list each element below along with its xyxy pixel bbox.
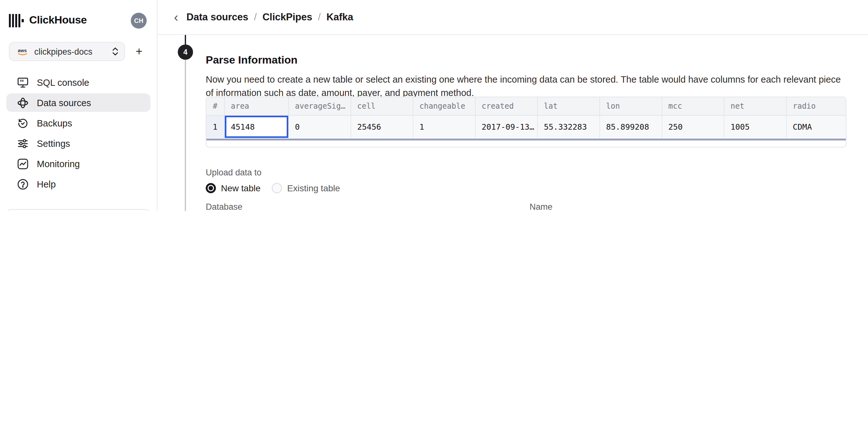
sidebar-item-help[interactable]: Help bbox=[6, 175, 151, 193]
data-sources-icon bbox=[17, 97, 29, 108]
table-cell[interactable]: 0 bbox=[288, 115, 350, 138]
step-number-badge: 4 bbox=[178, 45, 193, 60]
svg-text:aws: aws bbox=[18, 47, 27, 53]
column-header: created bbox=[475, 97, 537, 115]
column-header: averageSig… bbox=[288, 97, 350, 115]
data-preview-table: # area averageSig… cell changeable creat… bbox=[206, 96, 846, 147]
column-header: lat bbox=[537, 97, 599, 115]
backups-history-icon bbox=[17, 117, 29, 129]
sidebar-item-label: Help bbox=[37, 179, 56, 189]
column-header: radio bbox=[786, 97, 846, 115]
table-cell-selected[interactable]: 45148 bbox=[224, 115, 288, 138]
radio-new-table[interactable]: New table bbox=[206, 183, 261, 193]
main-panel: Data sources / ClickPipes / Kafka 4 Pars… bbox=[157, 0, 868, 211]
column-header: cell bbox=[350, 97, 413, 115]
column-header: mcc bbox=[662, 97, 724, 115]
table-cell[interactable]: 250 bbox=[662, 115, 724, 138]
table-cell[interactable]: 55.332283 bbox=[537, 115, 599, 138]
sidebar-item-sql-console[interactable]: SQL console bbox=[6, 73, 151, 91]
table-cell[interactable]: 1005 bbox=[724, 115, 786, 138]
upload-data-to-label: Upload data to bbox=[206, 168, 261, 177]
table-cell[interactable]: CDMA bbox=[786, 115, 846, 138]
chevron-up-down-icon bbox=[113, 47, 118, 56]
radio-label: New table bbox=[221, 183, 261, 193]
column-header: net bbox=[724, 97, 786, 115]
service-selector[interactable]: aws clickpipes-docs bbox=[9, 42, 125, 61]
step-title: Parse Information bbox=[206, 54, 298, 67]
connect-button[interactable]: Connect bbox=[6, 209, 151, 211]
radio-selected-icon bbox=[206, 183, 216, 193]
step-content: Parse Information Now you need to create… bbox=[206, 0, 846, 211]
step-description: Now you need to create a new table or se… bbox=[206, 73, 846, 100]
column-header: # bbox=[206, 97, 224, 115]
sidebar-item-monitoring[interactable]: Monitoring bbox=[6, 154, 151, 173]
sidebar-nav: SQL console Data sources Backups bbox=[6, 73, 151, 195]
sidebar-item-settings[interactable]: Settings bbox=[6, 134, 151, 152]
settings-sliders-icon bbox=[17, 138, 29, 149]
sidebar-item-data-sources[interactable]: Data sources bbox=[6, 93, 151, 112]
name-label: Name bbox=[530, 202, 552, 211]
radio-existing-table[interactable]: Existing table bbox=[272, 183, 340, 193]
upload-target-radios: New table Existing table bbox=[206, 183, 340, 193]
preview-data-row: 1 45148 0 25456 1 2017-09-13… 55.332283 … bbox=[206, 115, 846, 138]
sidebar-item-label: Data sources bbox=[37, 97, 91, 108]
column-header: area bbox=[224, 97, 288, 115]
sidebar-item-label: Monitoring bbox=[37, 159, 80, 169]
stepper-line-pending bbox=[185, 60, 186, 211]
sidebar: ClickHouse CH aws clickpipes-docs bbox=[0, 0, 157, 211]
database-label: Database bbox=[206, 202, 243, 211]
sidebar-item-backups[interactable]: Backups bbox=[6, 114, 151, 132]
horizontal-scrollbar[interactable] bbox=[206, 139, 846, 140]
clickhouse-app: ClickHouse CH aws clickpipes-docs bbox=[0, 0, 868, 211]
sql-console-icon bbox=[17, 77, 29, 88]
back-chevron-button[interactable] bbox=[174, 11, 178, 24]
table-cell[interactable]: 2017-09-13… bbox=[475, 115, 537, 138]
row-index-cell: 1 bbox=[206, 115, 224, 138]
column-header: lon bbox=[599, 97, 662, 115]
radio-unselected-icon bbox=[272, 183, 282, 193]
clickhouse-logo-icon bbox=[9, 14, 24, 27]
service-name: clickpipes-docs bbox=[34, 47, 92, 56]
radio-label: Existing table bbox=[287, 183, 340, 193]
service-selector-row: aws clickpipes-docs bbox=[9, 42, 147, 61]
preview-header-row: # area averageSig… cell changeable creat… bbox=[206, 97, 846, 115]
brand-title: ClickHouse bbox=[29, 14, 87, 27]
help-circle-icon bbox=[17, 178, 29, 190]
table-cell[interactable]: 85.899208 bbox=[599, 115, 662, 138]
column-header: changeable bbox=[413, 97, 475, 115]
add-service-button[interactable] bbox=[131, 44, 147, 59]
sidebar-item-label: Backups bbox=[37, 118, 72, 128]
sidebar-item-label: SQL console bbox=[37, 77, 89, 87]
monitoring-chart-icon bbox=[17, 158, 29, 169]
sidebar-header: ClickHouse CH bbox=[9, 10, 147, 30]
aws-icon: aws bbox=[17, 47, 28, 56]
table-cell[interactable]: 25456 bbox=[350, 115, 413, 138]
sidebar-item-label: Settings bbox=[37, 138, 70, 148]
table-cell[interactable]: 1 bbox=[413, 115, 475, 138]
stepper-line-completed bbox=[185, 35, 186, 45]
avatar[interactable]: CH bbox=[131, 12, 147, 28]
